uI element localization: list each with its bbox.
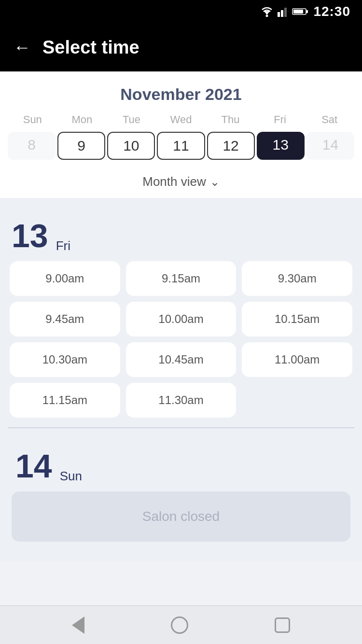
svg-rect-7 xyxy=(293,10,303,14)
time-slot[interactable]: 10.00am xyxy=(126,302,237,336)
day-group-14: 14 Sun Salon closed xyxy=(8,428,354,551)
status-time: 12:30 xyxy=(313,4,350,19)
signal-icon xyxy=(278,6,288,17)
svg-rect-6 xyxy=(306,10,308,13)
svg-marker-0 xyxy=(264,11,270,15)
back-button[interactable]: ← xyxy=(14,39,31,56)
salon-closed-card: Salon closed xyxy=(12,491,350,542)
weekday-mon: Mon xyxy=(57,113,107,126)
svg-point-1 xyxy=(266,15,268,17)
day-cell-8: 8 xyxy=(8,132,56,160)
time-slot[interactable]: 10.45am xyxy=(126,342,237,377)
time-grid-13: 9.00am 9.15am 9.30am 9.45am 10.00am 10.1… xyxy=(8,261,354,427)
wifi-icon xyxy=(260,6,274,17)
svg-rect-2 xyxy=(278,12,280,17)
page-title: Select time xyxy=(42,37,139,58)
weekday-thu: Thu xyxy=(206,113,255,126)
chevron-down-icon: ⌄ xyxy=(210,175,220,189)
time-slot[interactable]: 11.15am xyxy=(10,383,120,418)
weekday-wed: Wed xyxy=(156,113,206,126)
header: ← Select time xyxy=(0,23,362,71)
back-triangle-icon xyxy=(72,616,84,634)
day-cell-13[interactable]: 13 xyxy=(257,132,305,160)
svg-rect-4 xyxy=(284,8,287,17)
day-cell-14: 14 xyxy=(306,132,354,160)
timeslots-section: 13 Fri 9.00am 9.15am 9.30am 9.45am 10.00… xyxy=(0,198,362,561)
day-name-fri: Fri xyxy=(56,219,70,253)
salon-closed-label: Salon closed xyxy=(142,509,220,524)
battery-icon xyxy=(292,7,308,16)
month-title: November 2021 xyxy=(8,85,354,104)
month-view-toggle[interactable]: Month view ⌄ xyxy=(8,168,354,198)
home-circle-icon xyxy=(171,616,188,634)
time-slot[interactable]: 9.00am xyxy=(10,261,120,296)
calendar-section: November 2021 Sun Mon Tue Wed Thu Fri Sa… xyxy=(0,71,362,198)
day-number-13: 13 xyxy=(12,219,48,252)
day-cell-9[interactable]: 9 xyxy=(57,132,105,160)
weekdays-row: Sun Mon Tue Wed Thu Fri Sat xyxy=(8,113,354,126)
time-slot[interactable]: 11.00am xyxy=(242,342,352,377)
day-cell-11[interactable]: 11 xyxy=(157,132,205,160)
recents-square-icon xyxy=(275,617,290,633)
day-header-14: 14 Sun xyxy=(12,438,350,491)
month-view-label: Month view xyxy=(142,174,206,189)
time-slot[interactable]: 11.30am xyxy=(126,383,237,418)
weekday-sat: Sat xyxy=(305,113,354,126)
day-group-13: 13 Fri 9.00am 9.15am 9.30am 9.45am 10.00… xyxy=(8,208,354,427)
nav-bar xyxy=(0,605,362,644)
time-slot[interactable]: 9.30am xyxy=(242,261,352,296)
time-slot[interactable]: 10.30am xyxy=(10,342,120,377)
week-row: 891011121314 xyxy=(8,132,354,168)
day-number-14: 14 xyxy=(15,449,52,482)
nav-home-button[interactable] xyxy=(171,616,188,634)
weekday-tue: Tue xyxy=(107,113,156,126)
weekday-fri: Fri xyxy=(255,113,305,126)
day-name-sun: Sun xyxy=(60,449,82,484)
svg-rect-3 xyxy=(281,10,283,17)
time-slot[interactable]: 9.45am xyxy=(10,302,120,336)
status-bar: 12:30 xyxy=(0,0,362,23)
nav-back-button[interactable] xyxy=(72,616,84,634)
day-header-13: 13 Fri xyxy=(8,208,354,261)
time-slot[interactable]: 9.15am xyxy=(126,261,237,296)
weekday-sun: Sun xyxy=(8,113,57,126)
time-slot[interactable]: 10.15am xyxy=(242,302,352,336)
day-cell-10[interactable]: 10 xyxy=(107,132,155,160)
nav-recents-button[interactable] xyxy=(275,617,290,633)
day-cell-12[interactable]: 12 xyxy=(207,132,255,160)
status-icons xyxy=(260,6,308,17)
